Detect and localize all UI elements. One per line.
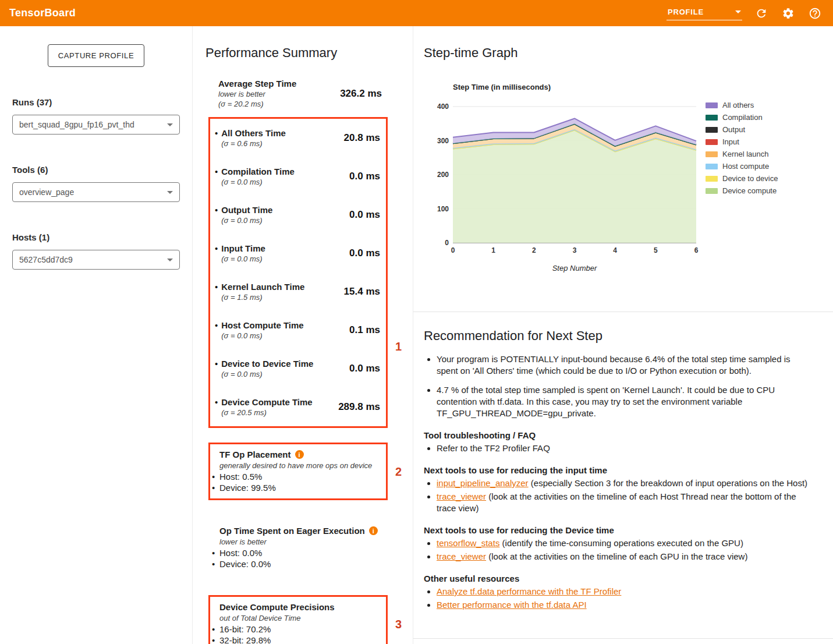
svg-text:100: 100 xyxy=(437,205,449,213)
metric-row: Input Time (σ = 0.0 ms) 0.0 ms xyxy=(210,234,386,273)
hosts-select-value: 5627c5dd7dc9 xyxy=(19,255,73,264)
recommendation-title: Recommendation for Next Step xyxy=(424,328,833,344)
metric-row: All Others Time (σ = 0.6 ms) 20.8 ms xyxy=(210,119,386,157)
tf-op-placement-title: TF Op Placement xyxy=(219,449,291,460)
dashboard-selector-value: PROFILE xyxy=(668,8,704,16)
metric-sigma: (σ = 1.5 ms) xyxy=(221,292,304,302)
metric-row: Output Time (σ = 0.0 ms) 0.0 ms xyxy=(210,196,386,234)
legend-label: Compilation xyxy=(722,113,763,122)
list-item: trace_viewer (look at the activities on … xyxy=(437,551,815,562)
step-time-chart-canvas: 01002003004000123456Step Number xyxy=(427,98,701,279)
list-item: Better performance with the tf.data API xyxy=(437,599,815,611)
chevron-down-icon xyxy=(167,259,173,261)
metric-row: Device to Device Time (σ = 0.0 ms) 0.0 m… xyxy=(210,349,386,388)
eager-device-item: Device: 0.0% xyxy=(219,558,382,569)
capture-profile-button[interactable]: CAPTURE PROFILE xyxy=(48,44,144,67)
metric-value: 0.0 ms xyxy=(349,209,380,221)
bullet-icon xyxy=(215,320,218,341)
reload-icon xyxy=(755,7,768,20)
metric-label: Kernel Launch Time xyxy=(221,281,304,292)
metric-value: 289.8 ms xyxy=(338,401,380,413)
hosts-select[interactable]: 5627c5dd7dc9 xyxy=(12,250,180,270)
metric-value: 0.0 ms xyxy=(349,171,380,182)
tools-select[interactable]: overview_page xyxy=(12,182,180,202)
runs-select-value: bert_squad_8gpu_fp16_pvt_thd xyxy=(19,120,134,129)
bullet-icon xyxy=(215,397,218,417)
tfdata-api-link[interactable]: Better performance with the tf.data API xyxy=(437,600,587,610)
bullet-icon xyxy=(215,281,218,302)
trace-viewer-link[interactable]: trace_viewer xyxy=(437,491,486,501)
metric-sigma: (σ = 0.0 ms) xyxy=(221,177,295,187)
info-icon[interactable] xyxy=(295,450,304,459)
link-description: (look at the activities on the timeline … xyxy=(486,551,747,561)
legend-swatch xyxy=(706,127,718,133)
bullet-icon xyxy=(215,243,218,264)
svg-text:200: 200 xyxy=(437,171,449,179)
chart-title: Step Time (in milliseconds) xyxy=(453,83,833,91)
settings-button[interactable] xyxy=(781,6,796,21)
reload-button[interactable] xyxy=(754,6,769,21)
legend-item: Device to device xyxy=(706,173,778,184)
tfdata-performance-link[interactable]: Analyze tf.data performance with the TF … xyxy=(437,586,621,596)
precisions-note: out of Total Device Time xyxy=(219,613,380,623)
legend-swatch xyxy=(706,102,718,108)
svg-text:1: 1 xyxy=(491,246,495,254)
help-button[interactable] xyxy=(807,6,823,21)
runs-group: Runs (37) bert_squad_8gpu_fp16_pvt_thd xyxy=(12,97,180,135)
svg-text:2: 2 xyxy=(532,246,536,254)
device-tools-heading: Next tools to use for reducing the Devic… xyxy=(424,525,833,535)
tf-op-host-item: Host: 0.5% xyxy=(219,471,380,482)
legend-label: All others xyxy=(722,101,754,109)
legend-label: Device compute xyxy=(722,186,777,195)
chart-legend: All othersCompilationOutputInputKernel l… xyxy=(706,98,778,197)
list-item: input_pipeline_analyzer (especially Sect… xyxy=(437,477,815,489)
tools-select-value: overview_page xyxy=(19,187,74,197)
legend-item: Device compute xyxy=(706,185,778,196)
input-tools-list: input_pipeline_analyzer (especially Sect… xyxy=(424,477,815,514)
eager-host-item: Host: 0.0% xyxy=(219,547,382,558)
input-tools-heading: Next tools to use for reducing the input… xyxy=(424,465,833,475)
link-description: (look at the activities on the timeline … xyxy=(437,491,796,513)
metric-sigma: (σ = 0.0 ms) xyxy=(221,215,272,225)
average-step-time-text: Average Step Time lower is better (σ = 2… xyxy=(218,78,296,109)
link-description: (identify the time-consuming operations … xyxy=(499,538,743,548)
precision-32bit-item: 32-bit: 29.8% xyxy=(219,635,380,644)
metric-value: 0.0 ms xyxy=(349,247,380,259)
metric-sigma: (σ = 0.0 ms) xyxy=(221,331,303,341)
link-description: (especially Section 3 for the breakdown … xyxy=(529,478,807,488)
bullet-icon xyxy=(215,166,218,187)
legend-swatch xyxy=(706,164,718,169)
metric-label: Input Time xyxy=(221,243,265,254)
list-item: Analyze tf.data performance with the TF … xyxy=(437,586,815,597)
legend-swatch xyxy=(706,176,718,182)
step-time-chart: Step Time (in milliseconds) 010020030040… xyxy=(427,83,833,279)
metric-value: 15.4 ms xyxy=(344,286,380,298)
metric-value: 0.0 ms xyxy=(349,363,380,374)
trace-viewer-link[interactable]: trace_viewer xyxy=(437,551,486,561)
metric-label: Host Compute Time xyxy=(221,320,303,331)
eager-execution-title: Op Time Spent on Eager Execution xyxy=(219,525,365,536)
metric-sigma: (σ = 0.0 ms) xyxy=(221,254,265,264)
dashboard-selector[interactable]: PROFILE xyxy=(667,6,742,20)
input-pipeline-analyzer-link[interactable]: input_pipeline_analyzer xyxy=(437,478,529,488)
right-column: Step-time Graph Step Time (in millisecon… xyxy=(413,26,833,644)
tools-label: Tools (6) xyxy=(12,165,180,175)
metric-value: 20.8 ms xyxy=(344,132,380,144)
precision-16bit-item: 16-bit: 70.2% xyxy=(219,624,380,635)
precisions-title: Device Compute Precisions xyxy=(219,601,335,613)
step-time-graph-title: Step-time Graph xyxy=(424,45,833,61)
hosts-group: Hosts (1) 5627c5dd7dc9 xyxy=(12,232,180,270)
tensorflow-stats-link[interactable]: tensorflow_stats xyxy=(437,538,499,548)
legend-swatch xyxy=(706,139,718,145)
legend-label: Output xyxy=(722,125,745,134)
eager-execution-block: Op Time Spent on Eager Execution lower i… xyxy=(208,521,388,575)
legend-swatch xyxy=(706,151,718,157)
annotation-number-3: 3 xyxy=(395,617,402,631)
runs-select[interactable]: bert_squad_8gpu_fp16_pvt_thd xyxy=(12,115,180,135)
tf-op-device-item: Device: 99.5% xyxy=(219,482,380,493)
runs-label: Runs (37) xyxy=(12,97,180,107)
sidebar: CAPTURE PROFILE Runs (37) bert_squad_8gp… xyxy=(0,26,193,644)
legend-item: Kernel launch xyxy=(706,148,778,160)
faq-item: Refer to the TF2 Profiler FAQ xyxy=(437,443,815,454)
info-icon[interactable] xyxy=(369,526,378,535)
